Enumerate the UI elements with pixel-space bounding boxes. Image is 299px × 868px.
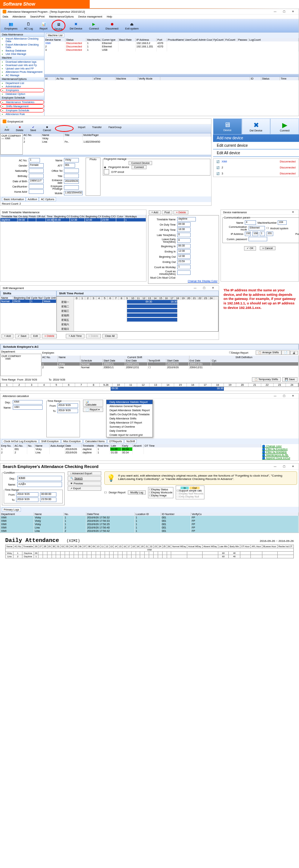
modify-log-btn[interactable]: Modify Log (128, 490, 146, 495)
menu-search[interactable]: Search/Print (30, 15, 45, 18)
tb-device[interactable]: Device (52, 20, 65, 31)
dd-add[interactable]: Add new device (213, 134, 299, 142)
side-acmanage[interactable]: AC Manage (0, 74, 44, 77)
to-date[interactable]: 2016/ 9/26 (53, 378, 75, 381)
side-employees[interactable]: Employees (0, 88, 44, 92)
side-dbopt[interactable]: Database Option (0, 92, 44, 96)
dept-tree[interactable]: OUR COMPANY XIMI (0, 354, 41, 376)
priv-input[interactable] (64, 185, 79, 190)
connect-device-btn[interactable]: Connect Device (129, 161, 152, 165)
tt-post[interactable]: Post (162, 210, 172, 214)
menu-help[interactable]: Help (107, 15, 112, 18)
max-button[interactable]: ▢ (281, 465, 287, 468)
log-row[interactable]: XIMILina22016/9/26 17:56:421001FP (0, 529, 299, 533)
tab-shiftexc[interactable]: Shift Exception (39, 439, 61, 443)
preview-btn[interactable]: 👁 Preview (68, 481, 101, 486)
link-filtertt[interactable]: 🔵 Filter by timetable (262, 451, 298, 454)
calc-to[interactable]: 2016/ 9/26 (57, 409, 78, 413)
tb-employees[interactable]: Employees (2, 20, 20, 31)
close-button[interactable]: ✕ (210, 286, 216, 289)
dm-name[interactable]: 4 (245, 220, 256, 225)
device-row[interactable]: 2Disconnected1Ethernet192.168.1.2014370 (44, 45, 299, 48)
dm-mn[interactable]: 104 (278, 220, 287, 225)
rpt-daily-overtime[interactable]: Daily Overtime (107, 429, 152, 433)
link-changecolor[interactable]: 🔵 Change color (262, 445, 298, 448)
menu-device[interactable]: Device management (78, 15, 102, 18)
rpt-depart[interactable]: Depart Attendance Statistic Report (107, 408, 152, 412)
big-device[interactable]: 🖥Device (213, 118, 242, 134)
side-import[interactable]: Import Attendance Checking Data (0, 37, 44, 43)
maximize-button[interactable]: ▢ (281, 10, 287, 13)
title-input[interactable] (64, 174, 79, 178)
calc-btn[interactable]: 📊 Calculate (83, 400, 103, 407)
att-input[interactable]: 001 (64, 163, 75, 168)
side-shiftmgmt[interactable]: Shifts Management (0, 104, 44, 108)
tab-basic[interactable]: Basic Information (2, 197, 26, 201)
design-check[interactable]: ☐ (104, 491, 107, 494)
tt-name-input[interactable]: daytime (177, 217, 196, 221)
connect-btn[interactable]: Connect (132, 165, 147, 169)
name-input[interactable]: Vicky (64, 158, 79, 162)
dm-pwd[interactable] (249, 237, 267, 241)
min-button[interactable]: — (192, 286, 198, 289)
emp-save[interactable]: ✔Save (28, 125, 39, 132)
sr-from-t[interactable]: 00:00:00 (40, 492, 56, 497)
link-filterexc[interactable]: 🔵 Filter by Exception (262, 448, 298, 451)
tb-deldevice[interactable]: Del Device (67, 20, 85, 31)
sm-deltime[interactable]: × Delete (86, 334, 101, 338)
tt-eout-input[interactable]: 23:59 (177, 260, 191, 264)
entr-input[interactable]: 2016/09/26 (64, 179, 79, 184)
dm-cancel-btn[interactable]: × Cancel (260, 246, 275, 250)
tt-wd-input[interactable]: 1 (177, 265, 191, 269)
max-button[interactable]: ▢ (281, 394, 287, 397)
must-checkin-out[interactable]: Must C/In Must C/Out (150, 276, 218, 280)
close-button[interactable]: ✕ (290, 211, 296, 214)
device-row[interactable]: XIMIDisconnected1Ethernet192.168.0.24370 (44, 41, 299, 45)
emp-import[interactable]: Import (75, 125, 88, 132)
name-select[interactable]: <All> (13, 405, 43, 410)
sr-to-d[interactable]: 2016/ 9/26 (16, 497, 38, 502)
ac-input[interactable]: 1 (29, 158, 40, 162)
tt-mins-input[interactable] (177, 270, 191, 275)
tt-onduty-input[interactable]: 09:30 (177, 222, 191, 227)
calc-row[interactable]: 1001Vicky2016/9/26daytime101:0000:34 (0, 447, 261, 451)
big-connect[interactable]: ▶Connect (270, 118, 299, 134)
side-mainttt[interactable]: Maintenance Timetables (0, 100, 44, 104)
min-button[interactable]: — (272, 394, 278, 397)
bday-input[interactable] (29, 174, 44, 178)
dd-editcur[interactable]: Edit current device (213, 142, 299, 149)
min-button[interactable]: — (272, 465, 278, 468)
log-row[interactable]: XIMILina22016/9/26 17:56:401001FP (0, 526, 299, 529)
addr-input[interactable] (29, 189, 44, 194)
tab-clockinout[interactable]: Clock In/Out Log Exceptions (2, 439, 38, 443)
emp-cancel[interactable]: ✖Cancel (40, 125, 54, 132)
sched-row[interactable]: 1VickyNormal2000/1/12999/12/312016/9/262… (41, 362, 299, 366)
calc-from[interactable]: 2016/ 9/26 (57, 403, 78, 408)
side-empsched[interactable]: Employee Schedule (0, 108, 44, 112)
tt-delete[interactable]: × Delete (173, 210, 188, 214)
tt-add[interactable]: + Add (149, 210, 161, 214)
sr-dep[interactable]: XIMI (17, 476, 62, 481)
tab-machinelist[interactable]: Machine List (46, 33, 64, 37)
shift-row[interactable]: Normal09/261Week (0, 300, 56, 303)
side-photo[interactable]: Attendance Photo Management (0, 70, 44, 74)
report-btn[interactable]: 📄 Report ▾ (83, 407, 103, 412)
sched-row[interactable]: 2LinaNormal2000/1/12099/12/31☐2016/9/262… (41, 366, 299, 369)
sm-addtime[interactable]: + Add Time (66, 334, 84, 338)
ip1[interactable]: 192 (245, 232, 251, 236)
rpt-daily-ot[interactable]: Daily Attendance OT Report (107, 421, 152, 425)
sm-clear[interactable]: Clear All (102, 334, 117, 338)
side-deptlist[interactable]: Department List (0, 81, 44, 85)
tt-row[interactable]: daytime09:3018:3006:3012:3012:3023:591 (0, 218, 146, 221)
fp-radio[interactable]: ◉ (104, 166, 106, 169)
devlist-row[interactable]: 🔄2Disconnected (213, 165, 299, 171)
rpt-daily-stat[interactable]: Daily Attendance Statistic Report (107, 400, 152, 404)
mobile-input[interactable]: 1.8023594450 (64, 191, 83, 195)
menu-maint[interactable]: Maintenance/Options (49, 15, 74, 18)
export-btn[interactable]: 📄 (281, 350, 290, 355)
ip2[interactable]: 168 (252, 232, 258, 236)
rpt-general[interactable]: Attendance General Report (107, 404, 152, 408)
print-btn[interactable]: 🖨 (290, 351, 298, 355)
adv-export-btn[interactable]: ↕ Advanced Export (68, 471, 101, 475)
side-usb[interactable]: Usb Disk Manage (0, 52, 44, 56)
